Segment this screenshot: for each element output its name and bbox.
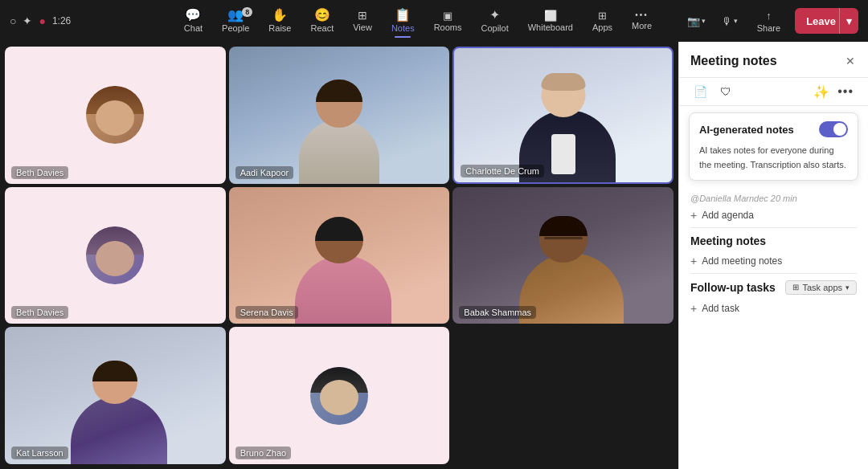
nav-mic[interactable]: 🎙 ▾ [717, 12, 743, 31]
video-cell-beth2: Beth Davies [5, 187, 226, 324]
add-meeting-notes-row[interactable]: + Add meeting notes [690, 252, 857, 270]
view-icon: ⊞ [358, 10, 367, 21]
chat-icon: 💬 [185, 9, 201, 22]
notes-sparkle-icon[interactable]: ✨ [813, 84, 829, 100]
nav-rooms[interactable]: ▣ Rooms [426, 7, 470, 35]
nav-chat[interactable]: 💬 Chat [176, 6, 211, 36]
nav-rooms-label: Rooms [434, 22, 462, 32]
main-area: Beth Davies Aadi Kapoor [0, 42, 868, 469]
participant-name-aadi: Aadi Kapoor [235, 166, 294, 179]
participant-name-kat: Kat Larsson [11, 447, 68, 459]
timer-display: 1:26 [52, 15, 71, 27]
add-meeting-notes-plus-icon: + [690, 255, 697, 267]
nav-apps[interactable]: ⊞ Apps [584, 7, 620, 35]
top-bar-right: 📷 ▾ 🎙 ▾ ↑ Share Leave ▾ [730, 6, 858, 36]
apps-icon: ⊞ [598, 10, 607, 21]
avatar-beth [86, 86, 144, 144]
nav-view-label: View [353, 22, 372, 32]
ai-tooltip-text: AI takes notes for everyone during the m… [699, 145, 846, 169]
task-apps-label: Task apps [802, 283, 842, 292]
nav-copilot[interactable]: ✦ Copilot [473, 6, 516, 36]
nav-more[interactable]: ••• More [624, 8, 660, 34]
nav-people-label: People [222, 23, 249, 33]
camera-icon: 📷 [687, 15, 700, 27]
video-cell-aadi: Aadi Kapoor [229, 47, 450, 184]
divider-2 [690, 273, 857, 274]
task-apps-button[interactable]: ⊞ Task apps ▾ [785, 280, 857, 295]
ai-tooltip-header: AI-generated notes [699, 121, 848, 137]
camera-arrow: ▾ [702, 17, 706, 25]
nav-copilot-label: Copilot [481, 23, 508, 33]
notes-panel-title: Meeting notes [690, 54, 777, 68]
nav-react[interactable]: 😊 React [302, 6, 342, 36]
status-icon: ○ [10, 14, 16, 27]
participant-name-charlotte: Charlotte De Crum [461, 165, 544, 177]
raise-icon: ✋ [272, 9, 288, 22]
meeting-notes-section-title: Meeting notes [690, 234, 857, 247]
nav-share[interactable]: ↑ Share [749, 6, 788, 36]
whiteboard-icon: ⬜ [544, 10, 557, 21]
sparkle-nav-icon: ✦ [23, 14, 32, 27]
notes-panel-header: Meeting notes ✕ [679, 42, 868, 78]
toggle-knob [833, 123, 846, 136]
leave-button[interactable]: Leave ▾ [795, 8, 858, 34]
nav-react-label: React [310, 23, 334, 33]
nav-raise[interactable]: ✋ Raise [260, 6, 299, 36]
follow-up-section-title: Follow-up tasks [690, 281, 776, 294]
react-icon: 😊 [314, 9, 330, 22]
nav-whiteboard[interactable]: ⬜ Whiteboard [520, 7, 581, 35]
nav-share-label: Share [757, 23, 780, 33]
nav-apps-label: Apps [592, 22, 612, 32]
add-task-plus-icon: + [690, 302, 697, 315]
mic-icon: 🎙 [722, 15, 732, 27]
notes-shield-icon[interactable]: 🛡 [717, 84, 735, 100]
participant-name-beth: Beth Davies [11, 166, 68, 179]
notes-content: @Daniella Marndec 20 min + Add agenda Me… [679, 187, 868, 469]
leave-dropdown-arrow[interactable]: ▾ [840, 8, 858, 34]
notes-more-icon[interactable]: ••• [834, 83, 857, 100]
ai-notes-tooltip: AI-generated notes AI takes notes for ev… [689, 112, 858, 181]
add-task-label: Add task [702, 303, 739, 314]
nav-notes[interactable]: 📋 Notes [383, 6, 423, 36]
notes-toolbar-left: 📄 🛡 [690, 84, 735, 100]
task-apps-arrow: ▾ [845, 283, 850, 292]
notes-toolbar-right: ✨ ••• [813, 83, 857, 100]
notes-close-button[interactable]: ✕ [844, 53, 857, 69]
nav-view[interactable]: ⊞ View [345, 6, 380, 35]
nav-whiteboard-label: Whiteboard [528, 22, 573, 32]
add-agenda-label: Add agenda [702, 210, 754, 221]
video-grid: Beth Davies Aadi Kapoor [0, 42, 678, 469]
nav-camera[interactable]: 📷 ▾ [682, 12, 710, 31]
add-task-row[interactable]: + Add task [690, 300, 857, 317]
ai-toggle-switch[interactable] [819, 121, 848, 137]
nav-notes-label: Notes [391, 23, 415, 33]
more-icon: ••• [635, 11, 649, 19]
follow-up-header: Follow-up tasks ⊞ Task apps ▾ [690, 280, 857, 295]
record-icon: ● [39, 14, 45, 27]
nav-bar: 💬 Chat 👥 People 8 ✋ Raise 😊 React ⊞ View… [106, 6, 730, 36]
notes-toolbar: 📄 🛡 ✨ ••• [679, 78, 868, 106]
video-cell-beth-davies: Beth Davies [5, 47, 226, 184]
people-icon: 👥 [227, 9, 244, 22]
divider-1 [690, 227, 857, 228]
participant-name-serena: Serena Davis [235, 306, 298, 319]
video-cell-kat: Kat Larsson [5, 327, 226, 464]
notes-doc-icon[interactable]: 📄 [690, 84, 710, 100]
agenda-blurred-item: @Daniella Marndec 20 min [690, 194, 857, 203]
top-bar: ○ ✦ ● 1:26 💬 Chat 👥 People 8 ✋ Raise 😊 R… [0, 0, 868, 42]
nav-people[interactable]: 👥 People 8 [214, 6, 257, 36]
ai-toggle-label: AI-generated notes [699, 124, 794, 136]
video-cell-serena: Serena Davis [229, 187, 450, 324]
rooms-icon: ▣ [443, 10, 452, 21]
video-cell-charlotte: Charlotte De Crum [452, 47, 674, 184]
participant-name-babak: Babak Shammas [459, 306, 536, 319]
copilot-icon: ✦ [489, 9, 500, 22]
participant-name-beth2: Beth Davies [11, 306, 68, 319]
add-agenda-plus-icon: + [690, 209, 697, 222]
people-badge: 8 [242, 7, 252, 17]
add-agenda-row[interactable]: + Add agenda [690, 206, 857, 224]
video-cell-babak: Babak Shammas [452, 187, 674, 324]
nav-raise-label: Raise [268, 23, 291, 33]
notes-panel: Meeting notes ✕ 📄 🛡 ✨ ••• AI-generated n… [678, 42, 868, 469]
video-cell-bruno: Bruno Zhao [229, 327, 450, 464]
